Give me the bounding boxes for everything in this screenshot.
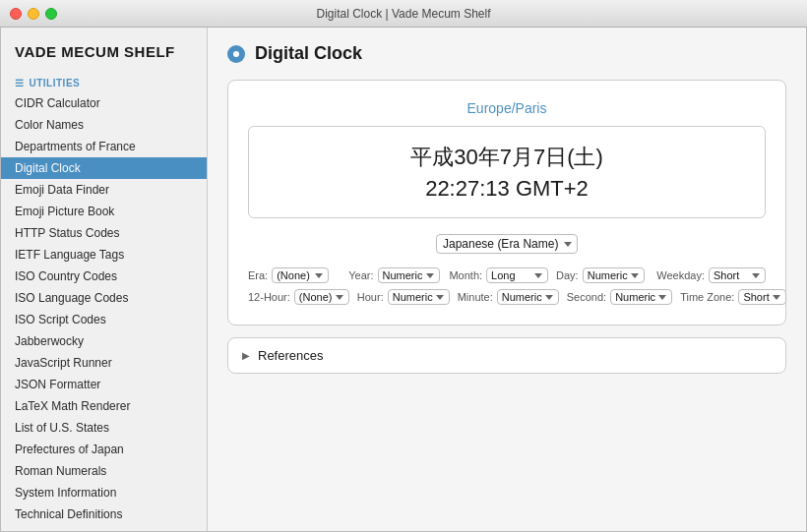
sidebar: VADE MECUM SHELF ☰ UTILITIES CIDR Calcul… xyxy=(1,28,208,531)
options-row2: 12-Hour:(None)truefalseHour:Numeric2-dig… xyxy=(248,289,766,305)
maximize-button[interactable] xyxy=(45,8,57,20)
sidebar-item-text-scratchpad[interactable]: Text Scratchpad xyxy=(1,525,207,531)
sidebar-item-latex-math-renderer[interactable]: LaTeX Math Renderer xyxy=(1,395,207,417)
sidebar-item-iso-script-codes[interactable]: ISO Script Codes xyxy=(1,309,207,330)
references-label: References xyxy=(258,348,323,363)
option-minute: Minute:Numeric2-digit xyxy=(458,289,559,305)
option-label-timezone: Time Zone: xyxy=(680,291,734,303)
option-label-year: Year: xyxy=(348,269,373,281)
sidebar-item-iso-language-codes[interactable]: ISO Language Codes xyxy=(1,287,207,309)
option-label-hour: Hour: xyxy=(357,291,384,303)
app-name: VADE MECUM SHELF xyxy=(15,43,193,60)
title-bar: Digital Clock | Vade Mecum Shelf xyxy=(0,0,807,28)
page-title-row: Digital Clock xyxy=(227,43,786,64)
minimize-button[interactable] xyxy=(28,8,39,20)
sidebar-item-system-information[interactable]: System Information xyxy=(1,482,207,503)
clock-time: 22:27:13 GMT+2 xyxy=(265,176,749,202)
option-hour12: 12-Hour:(None)truefalse xyxy=(248,289,349,305)
main-content: Digital Clock Europe/Paris 平成30年7月7日(土) … xyxy=(208,28,806,531)
sidebar-item-technical-definitions[interactable]: Technical Definitions xyxy=(1,503,207,525)
references-header[interactable]: ▶ References xyxy=(228,338,785,373)
sidebar-items-list: CIDR CalculatorColor NamesDepartments of… xyxy=(1,92,207,531)
sidebar-item-cidr-calculator[interactable]: CIDR Calculator xyxy=(1,92,207,114)
option-select-second[interactable]: Numeric2-digit xyxy=(610,289,672,305)
sidebar-header: VADE MECUM SHELF xyxy=(1,28,207,68)
clock-display-box: 平成30年7月7日(土) 22:27:13 GMT+2 xyxy=(248,126,766,218)
option-label-era: Era: xyxy=(248,269,268,281)
option-era: Era:(None)NarrowShortLong xyxy=(248,267,341,283)
sidebar-item-jabberwocky[interactable]: Jabberwocky xyxy=(1,330,207,352)
options-row1: Era:(None)NarrowShortLongYear:Numeric2-d… xyxy=(248,267,766,283)
option-select-weekday[interactable]: ShortLongNarrow xyxy=(709,267,766,283)
sidebar-item-emoji-picture-book[interactable]: Emoji Picture Book xyxy=(1,201,207,222)
hamburger-icon: ☰ xyxy=(15,78,25,89)
sidebar-item-list-of-us-states[interactable]: List of U.S. States xyxy=(1,417,207,439)
option-day: Day:Numeric2-digit xyxy=(556,267,649,283)
option-second: Second:Numeric2-digit xyxy=(567,289,672,305)
option-label-minute: Minute: xyxy=(458,291,493,303)
calendar-format-select[interactable]: Japanese (Era Name)GregorianBuddhistHebr… xyxy=(436,234,578,254)
option-select-year[interactable]: Numeric2-digit xyxy=(378,267,440,283)
option-select-month[interactable]: LongShortNarrowNumeric2-digit xyxy=(486,267,548,283)
option-select-day[interactable]: Numeric2-digit xyxy=(583,267,645,283)
option-hour: Hour:Numeric2-digit xyxy=(357,289,450,305)
sidebar-item-iso-country-codes[interactable]: ISO Country Codes xyxy=(1,266,207,287)
sidebar-item-color-names[interactable]: Color Names xyxy=(1,114,207,136)
page-title-icon xyxy=(227,45,245,63)
sidebar-section: ☰ UTILITIES xyxy=(1,68,207,92)
sidebar-item-http-status-codes[interactable]: HTTP Status Codes xyxy=(1,222,207,244)
traffic-lights xyxy=(10,8,57,20)
timezone-label: Europe/Paris xyxy=(248,100,766,116)
sidebar-item-prefectures-of-japan[interactable]: Prefectures of Japan xyxy=(1,439,207,460)
window-title: Digital Clock | Vade Mecum Shelf xyxy=(317,7,491,21)
references-section: ▶ References xyxy=(227,337,786,374)
option-select-minute[interactable]: Numeric2-digit xyxy=(497,289,559,305)
sidebar-item-json-formatter[interactable]: JSON Formatter xyxy=(1,374,207,395)
page-title: Digital Clock xyxy=(255,43,362,64)
option-label-day: Day: xyxy=(556,269,579,281)
sidebar-item-ietf-language-tags[interactable]: IETF Language Tags xyxy=(1,244,207,266)
clock-card: Europe/Paris 平成30年7月7日(土) 22:27:13 GMT+2… xyxy=(227,80,786,325)
references-arrow-icon: ▶ xyxy=(242,350,250,361)
app-container: VADE MECUM SHELF ☰ UTILITIES CIDR Calcul… xyxy=(0,28,807,532)
option-label-second: Second: xyxy=(567,291,606,303)
sidebar-item-roman-numerals[interactable]: Roman Numerals xyxy=(1,460,207,482)
section-label-text: UTILITIES xyxy=(30,78,81,89)
option-label-month: Month: xyxy=(449,269,482,281)
option-year: Year:Numeric2-digit xyxy=(348,267,441,283)
format-selector-row: Japanese (Era Name)GregorianBuddhistHebr… xyxy=(248,234,766,254)
option-select-era[interactable]: (None)NarrowShortLong xyxy=(272,267,329,283)
option-select-hour[interactable]: Numeric2-digit xyxy=(388,289,450,305)
sidebar-item-emoji-data-finder[interactable]: Emoji Data Finder xyxy=(1,179,207,201)
option-select-timezone[interactable]: ShortLong xyxy=(738,289,786,305)
option-weekday: Weekday:ShortLongNarrow xyxy=(656,267,766,283)
option-timezone: Time Zone:ShortLong xyxy=(680,289,786,305)
sidebar-item-departments-of-france[interactable]: Departments of France xyxy=(1,136,207,157)
option-label-weekday: Weekday: xyxy=(656,269,705,281)
option-month: Month:LongShortNarrowNumeric2-digit xyxy=(449,267,548,283)
option-label-hour12: 12-Hour: xyxy=(248,291,290,303)
sidebar-item-javascript-runner[interactable]: JavaScript Runner xyxy=(1,352,207,374)
close-button[interactable] xyxy=(10,8,22,20)
option-select-hour12[interactable]: (None)truefalse xyxy=(294,289,349,305)
sidebar-item-digital-clock[interactable]: Digital Clock xyxy=(1,157,207,179)
clock-date: 平成30年7月7日(土) xyxy=(265,143,749,172)
